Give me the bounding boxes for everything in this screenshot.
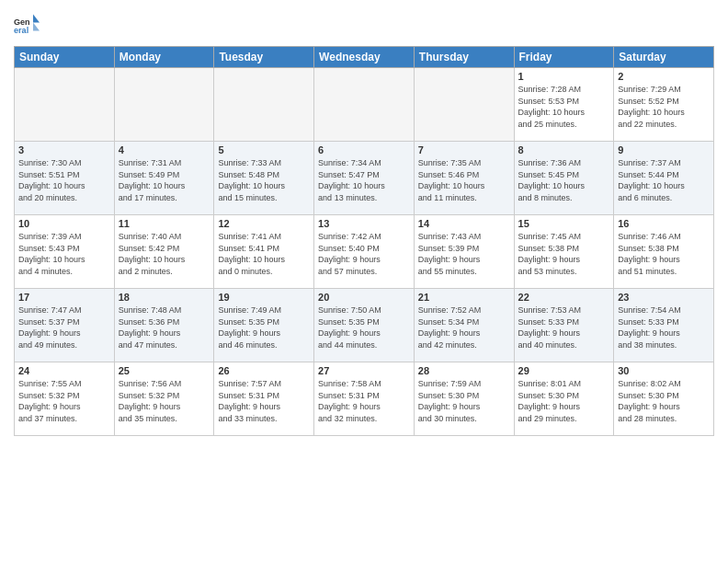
day-info: Sunrise: 7:46 AMSunset: 5:38 PMDaylight:… [618,231,710,277]
calendar-day-cell: 11Sunrise: 7:40 AMSunset: 5:42 PMDayligh… [114,215,214,289]
calendar-week-row: 1Sunrise: 7:28 AMSunset: 5:53 PMDaylight… [15,68,714,142]
logo: Gen eral [14,13,41,39]
day-info: Sunrise: 7:56 AMSunset: 5:32 PMDaylight:… [119,378,210,424]
day-number: 12 [218,218,310,229]
day-number: 26 [218,365,310,376]
day-info: Sunrise: 7:34 AMSunset: 5:47 PMDaylight:… [318,157,410,203]
day-number: 19 [218,292,310,303]
day-info: Sunrise: 7:41 AMSunset: 5:41 PMDaylight:… [218,231,310,277]
weekday-header-thursday: Thursday [414,47,514,68]
svg-text:eral: eral [14,26,28,35]
day-info: Sunrise: 7:43 AMSunset: 5:39 PMDaylight:… [418,231,510,277]
day-info: Sunrise: 7:58 AMSunset: 5:31 PMDaylight:… [318,378,410,424]
day-number: 7 [418,144,510,155]
calendar-day-cell: 3Sunrise: 7:30 AMSunset: 5:51 PMDaylight… [15,142,115,215]
page-container: Gen eral SundayMondayTuesdayWednesdayThu… [0,0,728,563]
day-info: Sunrise: 7:57 AMSunset: 5:31 PMDaylight:… [218,378,310,424]
calendar-table: SundayMondayTuesdayWednesdayThursdayFrid… [14,46,714,436]
day-info: Sunrise: 7:52 AMSunset: 5:34 PMDaylight:… [418,304,510,350]
day-info: Sunrise: 7:55 AMSunset: 5:32 PMDaylight:… [18,378,110,424]
day-info: Sunrise: 8:01 AMSunset: 5:30 PMDaylight:… [518,378,610,424]
calendar-day-cell [114,68,214,142]
day-number: 22 [518,292,610,303]
svg-marker-3 [33,14,40,22]
day-number: 16 [618,218,710,229]
calendar-day-cell [214,68,314,142]
weekday-header-tuesday: Tuesday [214,47,314,68]
calendar-day-cell: 2Sunrise: 7:29 AMSunset: 5:52 PMDaylight… [614,68,714,142]
day-number: 2 [618,71,710,82]
day-info: Sunrise: 7:47 AMSunset: 5:37 PMDaylight:… [18,304,110,350]
calendar-day-cell: 19Sunrise: 7:49 AMSunset: 5:35 PMDayligh… [214,289,314,362]
day-info: Sunrise: 7:40 AMSunset: 5:42 PMDaylight:… [119,231,210,277]
day-info: Sunrise: 7:31 AMSunset: 5:49 PMDaylight:… [119,157,210,203]
calendar-day-cell: 8Sunrise: 7:36 AMSunset: 5:45 PMDaylight… [514,142,614,215]
svg-text:Gen: Gen [14,17,30,27]
day-info: Sunrise: 7:48 AMSunset: 5:36 PMDaylight:… [119,304,210,350]
day-number: 25 [119,365,210,376]
day-number: 4 [119,144,210,155]
calendar-day-cell: 17Sunrise: 7:47 AMSunset: 5:37 PMDayligh… [15,289,115,362]
day-number: 17 [18,292,110,303]
day-info: Sunrise: 7:28 AMSunset: 5:53 PMDaylight:… [518,84,610,130]
day-number: 30 [618,365,710,376]
day-number: 13 [318,218,410,229]
day-number: 21 [418,292,510,303]
day-number: 28 [418,365,510,376]
svg-marker-4 [33,23,40,31]
calendar-day-cell: 16Sunrise: 7:46 AMSunset: 5:38 PMDayligh… [614,215,714,289]
day-info: Sunrise: 7:35 AMSunset: 5:46 PMDaylight:… [418,157,510,203]
weekday-header-sunday: Sunday [15,47,115,68]
day-number: 8 [518,144,610,155]
weekday-header-saturday: Saturday [614,47,714,68]
weekday-header-monday: Monday [114,47,214,68]
day-number: 29 [518,365,610,376]
day-number: 1 [518,71,610,82]
calendar-day-cell: 30Sunrise: 8:02 AMSunset: 5:30 PMDayligh… [614,362,714,436]
calendar-day-cell: 9Sunrise: 7:37 AMSunset: 5:44 PMDaylight… [614,142,714,215]
day-number: 27 [318,365,410,376]
weekday-header-friday: Friday [514,47,614,68]
calendar-day-cell: 4Sunrise: 7:31 AMSunset: 5:49 PMDaylight… [114,142,214,215]
day-number: 10 [18,218,110,229]
calendar-day-cell: 23Sunrise: 7:54 AMSunset: 5:33 PMDayligh… [614,289,714,362]
day-number: 15 [518,218,610,229]
calendar-day-cell: 26Sunrise: 7:57 AMSunset: 5:31 PMDayligh… [214,362,314,436]
day-info: Sunrise: 7:29 AMSunset: 5:52 PMDaylight:… [618,84,710,130]
calendar-week-row: 3Sunrise: 7:30 AMSunset: 5:51 PMDaylight… [15,142,714,215]
calendar-day-cell: 5Sunrise: 7:33 AMSunset: 5:48 PMDaylight… [214,142,314,215]
calendar-week-row: 10Sunrise: 7:39 AMSunset: 5:43 PMDayligh… [15,215,714,289]
calendar-header-row: SundayMondayTuesdayWednesdayThursdayFrid… [15,47,714,68]
calendar-week-row: 17Sunrise: 7:47 AMSunset: 5:37 PMDayligh… [15,289,714,362]
day-number: 23 [618,292,710,303]
day-info: Sunrise: 7:39 AMSunset: 5:43 PMDaylight:… [18,231,110,277]
calendar-day-cell: 20Sunrise: 7:50 AMSunset: 5:35 PMDayligh… [314,289,415,362]
day-number: 5 [218,144,310,155]
weekday-header-wednesday: Wednesday [314,47,415,68]
calendar-day-cell [314,68,415,142]
calendar-day-cell: 13Sunrise: 7:42 AMSunset: 5:40 PMDayligh… [314,215,415,289]
day-number: 18 [119,292,210,303]
calendar-day-cell: 24Sunrise: 7:55 AMSunset: 5:32 PMDayligh… [15,362,115,436]
calendar-day-cell: 7Sunrise: 7:35 AMSunset: 5:46 PMDaylight… [414,142,514,215]
calendar-day-cell [414,68,514,142]
logo-icon: Gen eral [14,13,40,39]
day-info: Sunrise: 8:02 AMSunset: 5:30 PMDaylight:… [618,378,710,424]
day-info: Sunrise: 7:42 AMSunset: 5:40 PMDaylight:… [318,231,410,277]
calendar-day-cell: 18Sunrise: 7:48 AMSunset: 5:36 PMDayligh… [114,289,214,362]
calendar-day-cell: 29Sunrise: 8:01 AMSunset: 5:30 PMDayligh… [514,362,614,436]
day-info: Sunrise: 7:59 AMSunset: 5:30 PMDaylight:… [418,378,510,424]
calendar-day-cell: 25Sunrise: 7:56 AMSunset: 5:32 PMDayligh… [114,362,214,436]
calendar-week-row: 24Sunrise: 7:55 AMSunset: 5:32 PMDayligh… [15,362,714,436]
day-info: Sunrise: 7:49 AMSunset: 5:35 PMDaylight:… [218,304,310,350]
day-number: 11 [119,218,210,229]
calendar-day-cell: 1Sunrise: 7:28 AMSunset: 5:53 PMDaylight… [514,68,614,142]
calendar-day-cell: 27Sunrise: 7:58 AMSunset: 5:31 PMDayligh… [314,362,415,436]
calendar-day-cell [15,68,115,142]
day-info: Sunrise: 7:45 AMSunset: 5:38 PMDaylight:… [518,231,610,277]
header: Gen eral [14,9,714,39]
day-number: 14 [418,218,510,229]
day-info: Sunrise: 7:37 AMSunset: 5:44 PMDaylight:… [618,157,710,203]
calendar-day-cell: 21Sunrise: 7:52 AMSunset: 5:34 PMDayligh… [414,289,514,362]
day-number: 24 [18,365,110,376]
